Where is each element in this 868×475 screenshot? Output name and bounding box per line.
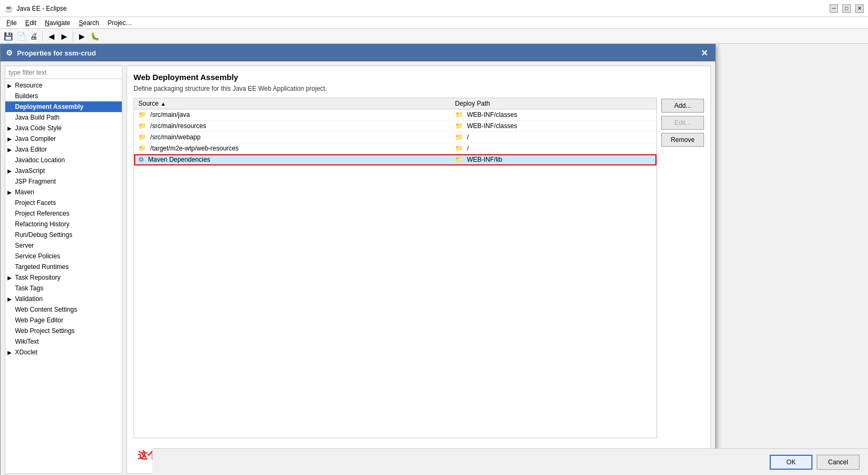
edit-button[interactable]: Edit... [661, 116, 704, 130]
nav-arrow-xdoclet: ▶ [7, 350, 15, 355]
nav-item-xdoclet[interactable]: ▶XDoclet [5, 347, 122, 358]
nav-item-javascript[interactable]: ▶JavaScript [5, 165, 122, 176]
table-row-1[interactable]: 📁 /src/main/resources 📁 WEB-INF/classes [134, 121, 656, 132]
nav-arrow-resource: ▶ [7, 83, 15, 89]
nav-label-task-tags: Task Tags [15, 284, 43, 292]
nav-item-jsp-fragment[interactable]: JSP Fragment [5, 176, 122, 187]
table-cell-deploy-0: 📁 WEB-INF/classes [451, 109, 656, 121]
nav-item-refactoring-history[interactable]: Refactoring History [5, 219, 122, 229]
nav-arrow-javascript: ▶ [7, 168, 15, 174]
minimize-button[interactable]: ─ [830, 4, 838, 13]
menu-bar: File Edit Navigate Search Projec… [0, 17, 868, 29]
nav-item-targeted-runtimes[interactable]: Targeted Runtimes [5, 262, 122, 272]
toolbar-separator-2 [73, 31, 73, 41]
nav-item-maven[interactable]: ▶Maven [5, 187, 122, 197]
table-cell-deploy-3: 📁 / [451, 143, 656, 154]
dialog-icon: ⚙ [6, 49, 13, 57]
ok-button[interactable]: OK [770, 455, 812, 470]
menu-search[interactable]: Search [74, 18, 103, 28]
toolbar-forward[interactable]: ▶ [58, 30, 70, 42]
nav-label-xdoclet: XDoclet [15, 349, 37, 356]
dialog-title-bar: ⚙ Properties for ssm-crud ✕ [1, 44, 715, 61]
source-text-0: /src/main/java [150, 111, 190, 118]
close-button[interactable]: ✕ [855, 4, 864, 13]
nav-item-wikitext[interactable]: WikiText [5, 336, 122, 347]
table-row-3[interactable]: 📁 /target/m2e-wtp/web-resources 📁 / [134, 143, 656, 154]
nav-item-java-code-style[interactable]: ▶Java Code Style [5, 123, 122, 133]
deploy-icon-1: 📁 [455, 122, 463, 130]
nav-label-javascript: JavaScript [15, 167, 45, 175]
remove-button[interactable]: Remove [661, 133, 704, 147]
nav-label-wikitext: WikiText [15, 338, 39, 345]
nav-item-web-page-editor[interactable]: Web Page Editor [5, 315, 122, 326]
nav-item-server[interactable]: Server [5, 240, 122, 251]
nav-item-validation[interactable]: ▶Validation [5, 294, 122, 304]
toolbar-debug[interactable]: 🐛 [89, 30, 100, 42]
window-title: Java EE - Eclipse [17, 5, 830, 12]
nav-item-web-content-settings[interactable]: Web Content Settings [5, 304, 122, 315]
menu-file[interactable]: File [2, 18, 21, 28]
nav-item-builders[interactable]: Builders [5, 91, 122, 101]
cancel-button[interactable]: Cancel [817, 455, 859, 470]
filter-input[interactable] [5, 66, 122, 79]
source-icon-3: 📁 [138, 145, 146, 152]
eclipse-icon: ☕ [4, 4, 13, 13]
source-text-1: /src/main/resources [150, 122, 206, 130]
dialog-close-button[interactable]: ✕ [699, 48, 710, 58]
nav-item-java-build-path[interactable]: Java Build Path [5, 112, 122, 123]
nav-item-java-editor[interactable]: ▶Java Editor [5, 144, 122, 155]
table-row-4[interactable]: ⚙ Maven Dependencies 📁 WEB-INF/lib [134, 154, 656, 165]
add-button[interactable]: Add... [661, 99, 704, 113]
table-row-2[interactable]: 📁 /src/main/webapp 📁 / [134, 132, 656, 143]
deploy-icon-4: 📁 [455, 156, 463, 163]
deploy-table: Source ▲ Deploy Path 📁 /src/main/java [134, 98, 656, 165]
nav-item-run-debug-settings[interactable]: Run/Debug Settings [5, 229, 122, 240]
nav-item-project-references[interactable]: Project References [5, 208, 122, 219]
table-row-0[interactable]: 📁 /src/main/java 📁 WEB-INF/classes [134, 109, 656, 121]
ok-cancel-bar: OK Cancel [152, 448, 868, 475]
nav-label-server: Server [15, 242, 34, 249]
action-buttons: Add... Edit... Remove [661, 98, 704, 467]
nav-label-task-repository: Task Repository [15, 274, 60, 281]
table-cell-source-2: 📁 /src/main/webapp [134, 132, 451, 143]
menu-project[interactable]: Projec… [103, 18, 136, 28]
col-source: Source ▲ [134, 98, 451, 109]
nav-item-deployment-assembly[interactable]: Deployment Assembly [5, 101, 122, 112]
nav-item-task-repository[interactable]: ▶Task Repository [5, 272, 122, 283]
nav-label-resource: Resource [15, 82, 42, 89]
deploy-icon-2: 📁 [455, 133, 463, 141]
nav-label-java-editor: Java Editor [15, 146, 47, 153]
deploy-text-0: WEB-INF/classes [467, 111, 517, 118]
toolbar-save[interactable]: 💾 [2, 30, 14, 42]
source-icon-4: ⚙ [138, 156, 144, 163]
maximize-button[interactable]: □ [842, 4, 851, 13]
table-cell-deploy-4: 📁 WEB-INF/lib [451, 154, 656, 165]
nav-label-web-content-settings: Web Content Settings [15, 306, 77, 313]
menu-navigate[interactable]: Navigate [41, 18, 74, 28]
nav-arrow-task-repository: ▶ [7, 275, 15, 281]
toolbar-run[interactable]: ▶ [76, 30, 88, 42]
toolbar-back[interactable]: ◀ [45, 30, 57, 42]
nav-label-targeted-runtimes: Targeted Runtimes [15, 263, 69, 271]
nav-label-javadoc-location: Javadoc Location [15, 156, 65, 164]
nav-arrow-java-editor: ▶ [7, 147, 15, 153]
table-cell-source-1: 📁 /src/main/resources [134, 121, 451, 132]
menu-edit[interactable]: Edit [21, 18, 41, 28]
nav-item-service-policies[interactable]: Service Policies [5, 251, 122, 262]
toolbar-new[interactable]: 📄 [15, 30, 27, 42]
table-cell-source-0: 📁 /src/main/java [134, 109, 451, 121]
table-cell-source-3: 📁 /target/m2e-wtp/web-resources [134, 143, 451, 154]
nav-item-java-compiler[interactable]: ▶Java Compiler [5, 133, 122, 144]
nav-label-validation: Validation [15, 295, 43, 303]
toolbar-print[interactable]: 🖨 [28, 30, 40, 42]
nav-label-web-project-settings: Web Project Settings [15, 327, 75, 335]
nav-label-java-build-path: Java Build Path [15, 114, 59, 121]
nav-item-project-facets[interactable]: Project Facets [5, 197, 122, 208]
nav-arrow-java-code-style: ▶ [7, 125, 15, 131]
nav-item-web-project-settings[interactable]: Web Project Settings [5, 326, 122, 336]
deploy-text-4: WEB-INF/lib [467, 156, 502, 163]
nav-item-task-tags[interactable]: Task Tags [5, 283, 122, 294]
dialog-body: ▶ResourceBuildersDeployment AssemblyJava… [1, 61, 715, 475]
nav-item-javadoc-location[interactable]: Javadoc Location [5, 155, 122, 165]
nav-item-resource[interactable]: ▶Resource [5, 80, 122, 91]
